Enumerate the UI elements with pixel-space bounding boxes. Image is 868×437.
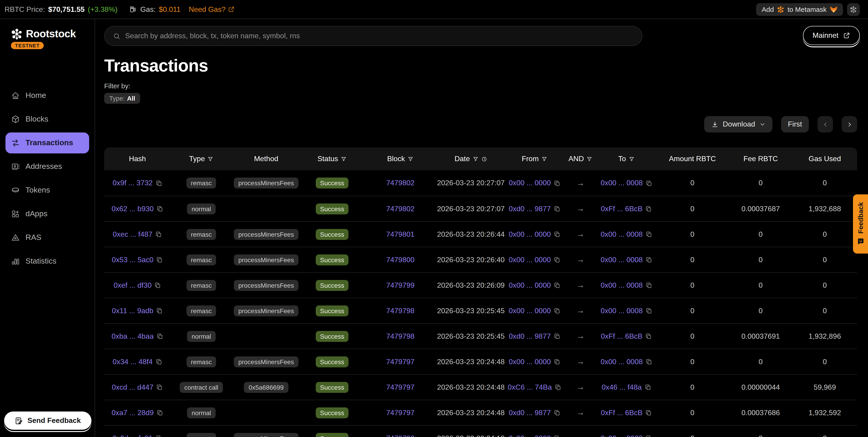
block-link[interactable]: 7479798 (386, 307, 415, 315)
copy-icon[interactable] (644, 384, 651, 390)
block-link[interactable]: 7479797 (386, 383, 415, 391)
block-link[interactable]: 7479798 (386, 332, 415, 340)
column-header-and[interactable]: AND (564, 147, 597, 170)
copy-icon[interactable] (645, 205, 652, 212)
from-address-link[interactable]: 0xd0 ... 9877 (508, 332, 551, 340)
copy-icon[interactable] (646, 231, 652, 238)
tx-hash-link[interactable]: 0x0d ... fe91 (113, 434, 153, 437)
sidebar-item-transactions[interactable]: Transactions (5, 133, 89, 153)
search-input[interactable] (125, 32, 634, 40)
copy-icon[interactable] (646, 307, 652, 314)
block-link[interactable]: 7479802 (386, 179, 415, 187)
to-address-link[interactable]: 0x00 ... 0008 (600, 179, 643, 187)
copy-icon[interactable] (646, 282, 652, 289)
next-page-button[interactable] (842, 116, 857, 133)
from-address-link[interactable]: 0x00 ... 0000 (508, 230, 551, 238)
copy-icon[interactable] (554, 409, 560, 416)
copy-icon[interactable] (554, 231, 560, 238)
copy-icon[interactable] (554, 256, 560, 263)
copy-icon[interactable] (156, 256, 163, 263)
tx-hash-link[interactable]: 0x11 ... 9adb (112, 307, 154, 315)
from-address-link[interactable]: 0x00 ... 0000 (508, 307, 551, 315)
copy-icon[interactable] (646, 180, 652, 186)
copy-icon[interactable] (155, 358, 162, 365)
column-header-from[interactable]: From (505, 147, 564, 170)
copy-icon[interactable] (156, 205, 163, 212)
sidebar-item-ras[interactable]: RAS (5, 227, 89, 248)
to-address-link[interactable]: 0x00 ... 0008 (600, 357, 643, 366)
from-address-link[interactable]: 0xC6 ... 74Ba (508, 383, 552, 391)
from-address-link[interactable]: 0x00 ... 0000 (508, 281, 551, 289)
copy-icon[interactable] (154, 282, 161, 289)
from-address-link[interactable]: 0x00 ... 0000 (508, 434, 551, 437)
mainnet-switch-button[interactable]: Mainnet (803, 26, 860, 45)
copy-icon[interactable] (156, 384, 163, 390)
copy-icon[interactable] (554, 282, 560, 289)
copy-icon[interactable] (554, 180, 560, 186)
to-address-link[interactable]: 0xFf ... 6BcB (601, 205, 642, 213)
block-link[interactable]: 7479800 (386, 256, 415, 264)
from-address-link[interactable]: 0x00 ... 0000 (508, 179, 551, 187)
to-address-link[interactable]: 0x00 ... 0008 (600, 256, 643, 264)
tx-hash-link[interactable]: 0x53 ... 5ac0 (112, 256, 153, 264)
from-address-link[interactable]: 0x00 ... 0000 (508, 357, 551, 366)
tx-hash-link[interactable]: 0xef ... df30 (114, 281, 152, 289)
copy-icon[interactable] (646, 435, 652, 437)
copy-icon[interactable] (554, 205, 560, 212)
sidebar-item-dapps[interactable]: dApps (5, 203, 89, 225)
type-filter-chip[interactable]: Type: All (104, 93, 140, 104)
block-link[interactable]: 7479799 (386, 281, 415, 289)
column-header-status[interactable]: Status (300, 147, 364, 170)
copy-icon[interactable] (155, 435, 162, 437)
block-link[interactable]: 7479796 (386, 434, 415, 437)
copy-icon[interactable] (554, 358, 560, 365)
from-address-link[interactable]: 0xd0 ... 9877 (508, 409, 551, 417)
column-header-type[interactable]: Type (170, 147, 232, 170)
copy-icon[interactable] (155, 180, 162, 186)
download-button[interactable]: Download (704, 116, 772, 133)
copy-icon[interactable] (156, 333, 163, 340)
from-address-link[interactable]: 0x00 ... 0000 (508, 256, 551, 264)
to-address-link[interactable]: 0x00 ... 0008 (600, 281, 643, 289)
block-link[interactable]: 7479801 (386, 230, 415, 238)
copy-icon[interactable] (555, 384, 561, 390)
to-address-link[interactable]: 0xFf ... 6BcB (601, 332, 642, 340)
copy-icon[interactable] (156, 409, 163, 416)
column-header-block[interactable]: Block (364, 147, 437, 170)
copy-icon[interactable] (646, 256, 652, 263)
column-header-date[interactable]: Date (437, 147, 505, 170)
tx-hash-link[interactable]: 0x34 ... 48f4 (113, 357, 153, 366)
to-address-link[interactable]: 0x00 ... 0008 (600, 230, 643, 238)
column-header-to[interactable]: To (597, 147, 656, 170)
sidebar-item-blocks[interactable]: Blocks (5, 109, 89, 130)
from-address-link[interactable]: 0xd0 ... 9877 (508, 205, 551, 213)
tx-hash-link[interactable]: 0xba ... 4baa (112, 332, 154, 340)
rootstock-apps-button[interactable] (847, 3, 860, 16)
copy-icon[interactable] (156, 307, 163, 314)
sidebar-item-statistics[interactable]: Statistics (5, 251, 89, 272)
send-feedback-button[interactable]: Send Feedback (4, 411, 91, 430)
to-address-link[interactable]: 0xFf ... 6BcB (601, 409, 642, 417)
tx-hash-link[interactable]: 0xa7 ... 28d9 (112, 409, 154, 417)
block-link[interactable]: 7479797 (386, 409, 415, 417)
sidebar-item-home[interactable]: Home (5, 85, 89, 106)
add-to-metamask-button[interactable]: Add to Metamask (756, 3, 843, 16)
sidebar-item-addresses[interactable]: Addresses (5, 156, 89, 177)
to-address-link[interactable]: 0x00 ... 0008 (600, 307, 643, 315)
block-link[interactable]: 7479797 (386, 357, 415, 366)
need-gas-link[interactable]: Need Gas? (189, 5, 235, 13)
copy-icon[interactable] (554, 333, 560, 340)
copy-icon[interactable] (554, 435, 560, 437)
copy-icon[interactable] (554, 307, 560, 314)
tx-hash-link[interactable]: 0xcd ... d447 (112, 383, 153, 391)
sidebar-item-tokens[interactable]: Tokens (5, 180, 89, 201)
to-address-link[interactable]: 0x00 ... 0008 (600, 434, 643, 437)
prev-page-button[interactable] (817, 116, 833, 133)
copy-icon[interactable] (645, 333, 652, 340)
copy-icon[interactable] (155, 231, 162, 238)
copy-icon[interactable] (646, 358, 652, 365)
first-page-button[interactable]: First (781, 116, 809, 133)
block-link[interactable]: 7479802 (386, 205, 415, 213)
copy-icon[interactable] (645, 409, 652, 416)
to-address-link[interactable]: 0x46 ... f48a (602, 383, 642, 391)
